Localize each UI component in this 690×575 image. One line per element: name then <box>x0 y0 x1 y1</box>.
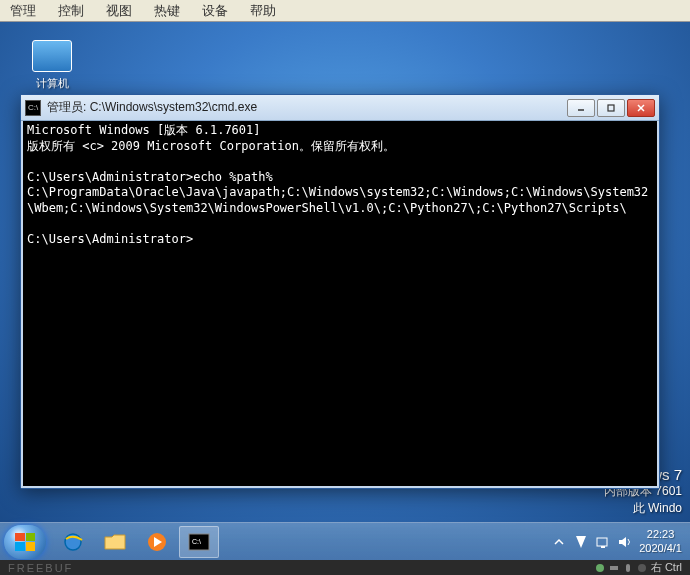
svg-point-12 <box>596 564 604 572</box>
ie-icon <box>60 531 86 553</box>
close-button[interactable] <box>627 99 655 117</box>
computer-icon <box>32 40 72 72</box>
svg-rect-3 <box>608 105 614 111</box>
vm-menu-view[interactable]: 视图 <box>106 2 132 20</box>
svg-rect-11 <box>601 546 605 548</box>
windows-logo-icon <box>15 533 35 551</box>
host-mouse-icon <box>623 563 633 573</box>
tray-clock[interactable]: 22:23 2020/4/1 <box>639 528 682 554</box>
tray-time: 22:23 <box>639 528 682 541</box>
tray-expand-icon[interactable] <box>551 534 567 550</box>
action-center-icon[interactable] <box>573 534 589 550</box>
cmd-terminal[interactable]: Microsoft Windows [版本 6.1.7601] 版权所有 <c>… <box>21 121 659 488</box>
svg-point-15 <box>638 564 646 572</box>
system-tray: 22:23 2020/4/1 <box>551 528 686 554</box>
vm-menu-device[interactable]: 设备 <box>202 2 228 20</box>
vm-menubar: 管理 控制 视图 热键 设备 帮助 <box>0 0 690 22</box>
taskbar-ie[interactable] <box>53 526 93 558</box>
volume-icon[interactable] <box>617 534 633 550</box>
taskbar-mediaplayer[interactable] <box>137 526 177 558</box>
host-key-label: 右 Ctrl <box>651 560 682 575</box>
cmd-title: 管理员: C:\Windows\system32\cmd.exe <box>47 99 567 116</box>
host-watermark: FREEBUF <box>8 562 73 574</box>
start-button[interactable] <box>4 525 46 559</box>
cmd-window[interactable]: C:\ 管理员: C:\Windows\system32\cmd.exe Mic… <box>20 94 660 489</box>
computer-label: 计算机 <box>22 76 82 91</box>
mediaplayer-icon <box>144 531 170 553</box>
host-disk-icon <box>595 563 605 573</box>
vm-menu-help[interactable]: 帮助 <box>250 2 276 20</box>
vm-menu-manage[interactable]: 管理 <box>10 2 36 20</box>
svg-rect-10 <box>597 538 607 546</box>
cmd-icon: C:\ <box>25 100 41 116</box>
tray-date: 2020/4/1 <box>639 542 682 555</box>
maximize-button[interactable] <box>597 99 625 117</box>
vm-menu-control[interactable]: 控制 <box>58 2 84 20</box>
vm-menu-hotkey[interactable]: 热键 <box>154 2 180 20</box>
svg-rect-14 <box>626 564 630 572</box>
watermark-line3: 此 Windo <box>604 500 682 517</box>
desktop[interactable]: 计算机 Windows 7 内部版本 7601 此 Windo CH 中 ? C… <box>0 22 690 525</box>
host-usb-icon <box>637 563 647 573</box>
network-icon[interactable] <box>595 534 611 550</box>
svg-text:C:\: C:\ <box>192 538 201 545</box>
vm-host-statusbar: FREEBUF 右 Ctrl <box>0 560 690 575</box>
cmd-titlebar[interactable]: C:\ 管理员: C:\Windows\system32\cmd.exe <box>21 95 659 121</box>
cmd-task-icon: C:\ <box>186 531 212 553</box>
host-net-icon <box>609 563 619 573</box>
minimize-button[interactable] <box>567 99 595 117</box>
taskbar: C:\ 22:23 2020/4/1 <box>0 522 690 560</box>
desktop-icon-computer[interactable]: 计算机 <box>22 40 82 91</box>
taskbar-cmd[interactable]: C:\ <box>179 526 219 558</box>
taskbar-explorer[interactable] <box>95 526 135 558</box>
folder-icon <box>102 531 128 553</box>
svg-rect-13 <box>610 566 618 570</box>
